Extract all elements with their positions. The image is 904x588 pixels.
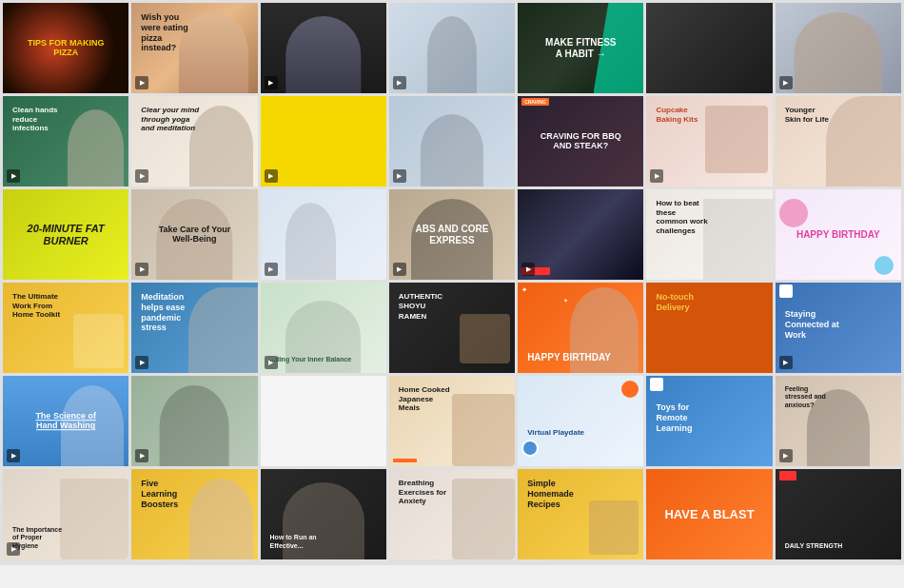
card-16-play[interactable]: ▶ (135, 263, 148, 276)
card-33-title: Virtual Playdate (522, 423, 589, 442)
card-15-title: 20-MINUTE FAT BURNER (15, 217, 116, 251)
card-32-bar (393, 459, 417, 462)
card-12[interactable]: CRAVING CRAVING FOR BBQ AND STEAK? (518, 96, 643, 186)
card-16-title: Take Care of Your Well-Being (145, 220, 246, 250)
card-28-play[interactable]: ▶ (779, 356, 793, 369)
card-13[interactable]: Cupcake Baking Kits ▶ (646, 96, 772, 186)
card-16[interactable]: Take Care of Your Well-Being ▶ (131, 189, 257, 280)
card-29-title: The Science of Hand Washing (22, 406, 110, 437)
card-25-title: AUTHENTIC SHOYU RAMEN (394, 287, 457, 326)
card-30-play[interactable]: ▶ (135, 449, 148, 462)
card-20[interactable]: How to beat these common work challenges (646, 189, 772, 280)
card-23-play[interactable]: ▶ (135, 356, 148, 369)
card-1[interactable]: TIPS FOR MAKING PIZZA (3, 3, 128, 93)
card-4-play[interactable]: ▶ (393, 76, 406, 89)
card-15[interactable]: 20-MINUTE FAT BURNER (3, 189, 128, 280)
card-13-title: Cupcake Baking Kits (651, 101, 708, 128)
card-8-play[interactable]: ▶ (7, 169, 20, 183)
card-18-play[interactable]: ▶ (393, 263, 406, 276)
card-26[interactable]: ✦ ✦ HAPPY BIRTHDAY (518, 283, 643, 373)
card-3-play[interactable]: ▶ (265, 76, 278, 89)
card-27[interactable]: No-touch Delivery (646, 283, 772, 373)
card-31[interactable] (261, 376, 386, 466)
card-14-title: Younger Skin for Life (780, 101, 837, 128)
card-18-title: ABS AND CORE EXPRESS (402, 219, 502, 251)
card-35[interactable]: Feeling stressed and anxious? ▶ (776, 376, 901, 466)
video-grid: TIPS FOR MAKING PIZZA Wish you were eati… (0, 0, 904, 565)
card-26-title: HAPPY BIRTHDAY (522, 347, 616, 368)
card-23-title: Meditation helps ease pandemic stress (136, 287, 193, 338)
card-2-title: Wish you were eating pizza instead? (136, 8, 199, 58)
card-10[interactable]: ▶ (261, 96, 386, 186)
card-35-play[interactable]: ▶ (779, 449, 793, 462)
card-12-title: CRAVING FOR BBQ AND STEAK? (530, 127, 631, 157)
card-36-title: The Importance of Proper Hygiene (8, 521, 70, 555)
card-17-play[interactable]: ▶ (265, 263, 278, 276)
card-3[interactable]: ▶ (261, 3, 386, 93)
card-9-title: Clear your mind through yoga and meditat… (136, 101, 206, 138)
card-38-title: How to Run an Effective... (265, 529, 341, 555)
card-27-title: No-touch Delivery (651, 287, 714, 318)
card-24[interactable]: ...ding Your Inner Balance ▶ (261, 283, 386, 373)
card-42-logo (779, 471, 796, 480)
card-32-title: Home Cooked Japanese Meals (394, 381, 457, 418)
card-12-tag: CRAVING (521, 98, 549, 106)
card-11[interactable]: ▶ (389, 96, 515, 186)
card-29[interactable]: The Science of Hand Washing ▶ (3, 376, 128, 466)
card-1-title: TIPS FOR MAKING PIZZA (15, 33, 116, 64)
card-28-logo (779, 284, 793, 298)
card-40-title: Simple Homemade Recipes (522, 474, 592, 514)
card-35-title: Feeling stressed and anxious? (780, 381, 837, 414)
card-10-play[interactable]: ▶ (265, 169, 278, 183)
card-2-play[interactable]: ▶ (135, 76, 148, 89)
card-5-title: MAKE FITNESS A HABIT → (537, 32, 625, 65)
card-40[interactable]: Simple Homemade Recipes (518, 469, 643, 559)
card-29-play[interactable]: ▶ (7, 449, 20, 462)
card-42[interactable]: DAILY STRENGTH (776, 469, 901, 559)
card-41-title: HAVE A BLAST (659, 502, 760, 527)
card-28-title: Staying Connected at Work (780, 304, 855, 344)
card-38[interactable]: How to Run an Effective... (261, 469, 386, 559)
card-9-play[interactable]: ▶ (135, 169, 148, 183)
card-39[interactable]: Breathing Exercises for Anxiety (389, 469, 515, 559)
card-28[interactable]: Staying Connected at Work ▶ (776, 283, 901, 373)
card-7-play[interactable]: ▶ (779, 76, 793, 89)
card-8-title: Clean hands reduce infections (8, 101, 77, 138)
card-18[interactable]: ABS AND CORE EXPRESS ▶ (389, 189, 515, 280)
card-17[interactable]: ▶ (261, 189, 386, 280)
card-22-title: The Ultimate Work From Home Toolkit (8, 287, 77, 324)
card-33[interactable]: Virtual Playdate (518, 376, 643, 466)
card-34-title: Toys for Remote Learning (651, 398, 720, 438)
card-25[interactable]: AUTHENTIC SHOYU RAMEN (389, 283, 515, 373)
card-30[interactable]: ▶ (131, 376, 257, 466)
card-42-title: DAILY STRENGTH (780, 538, 848, 555)
card-20-title: How to beat these common work challenges (651, 194, 714, 240)
card-22[interactable]: The Ultimate Work From Home Toolkit (3, 283, 128, 373)
card-34[interactable]: Toys for Remote Learning (646, 376, 772, 466)
card-9[interactable]: Clear your mind through yoga and meditat… (131, 96, 257, 186)
card-21-title: HAPPY BIRTHDAY (788, 225, 889, 245)
card-41[interactable]: HAVE A BLAST (646, 469, 772, 559)
card-36[interactable]: The Importance of Proper Hygiene ▶ (3, 469, 128, 559)
card-13-play[interactable]: ▶ (650, 169, 663, 183)
card-26-star1: ✦ (521, 286, 527, 294)
card-11-play[interactable]: ▶ (393, 169, 406, 183)
card-8[interactable]: Clean hands reduce infections ▶ (3, 96, 128, 186)
card-7[interactable]: ▶ (776, 3, 901, 93)
card-23[interactable]: Meditation helps ease pandemic stress ▶ (131, 283, 257, 373)
card-5[interactable]: MAKE FITNESS A HABIT → (518, 3, 643, 93)
card-24-title: ...ding Your Inner Balance (265, 351, 357, 368)
card-14[interactable]: Younger Skin for Life (776, 96, 901, 186)
card-26-star2: ✦ (563, 297, 568, 304)
card-37[interactable]: Five Learning Boosters (131, 469, 257, 559)
card-39-title: Breathing Exercises for Anxiety (394, 474, 457, 511)
card-21[interactable]: HAPPY BIRTHDAY (776, 189, 901, 280)
card-34-logo (650, 378, 663, 391)
card-32[interactable]: Home Cooked Japanese Meals (389, 376, 515, 466)
card-6[interactable] (646, 3, 772, 93)
card-4[interactable]: ▶ (389, 3, 515, 93)
card-37-title: Five Learning Boosters (136, 474, 193, 514)
card-2[interactable]: Wish you were eating pizza instead? ▶ (131, 3, 257, 93)
card-19[interactable]: ▶ (518, 189, 643, 280)
card-19-play[interactable]: ▶ (521, 263, 535, 276)
